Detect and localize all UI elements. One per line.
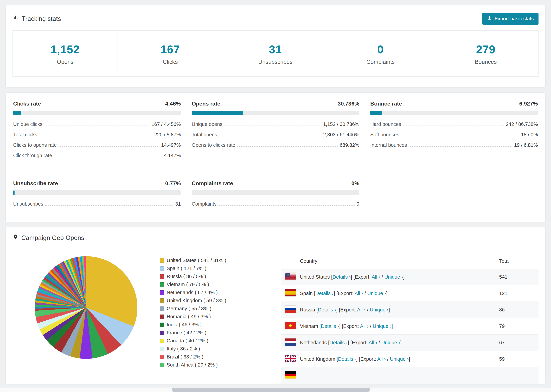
legend-item: South Africa ( 29 / 2% ) [160,362,281,368]
legend-swatch [160,298,164,303]
flag-gb-icon [285,355,296,363]
export-unique-link[interactable]: Unique › [381,340,400,345]
stat-label: Bounces [433,59,538,65]
map-pin-icon [13,234,18,241]
country-name: Russia [300,307,315,313]
country-cell: United Kingdom [Details ›] [Export: All … [300,356,499,362]
rate-head: Complaints rate0% [192,180,359,187]
country-cell: Vietnam [Details ›] [Export: All › / Uni… [300,323,499,329]
legend-label: France ( 42 / 2% ) [167,330,206,336]
export-all-link[interactable]: All › [360,323,369,329]
metric-value: 689.82% [340,142,359,148]
legend-swatch [160,339,164,343]
tracking-stats-card: Tracking stats Export basic stats 1,152O… [6,5,545,87]
legend-label: Romania ( 49 / 3% ) [167,314,211,320]
export-unique-link[interactable]: Unique › [373,323,391,329]
stat-label: Complaints [328,59,433,65]
geo-table-row [281,367,538,384]
export-all-link[interactable]: All › [372,274,380,280]
legend-item: Spain ( 121 / 7% ) [160,266,281,271]
details-link[interactable]: Details › [332,274,351,280]
dotted-leader [401,136,519,136]
details-link[interactable]: Details › [321,323,339,329]
export-all-link[interactable]: All › [377,356,386,362]
details-link[interactable]: Details › [338,356,356,362]
geo-table-header: Country Total [281,253,538,269]
dotted-leader [224,126,321,126]
horizontal-scrollbar-thumb[interactable] [172,388,370,392]
metric-label: Complaints [192,201,216,207]
rate-progress-bar [192,111,359,115]
rate-head: Clicks rate4.46% [13,101,181,107]
dotted-leader [237,147,338,147]
export-all-link[interactable]: All › [354,291,363,296]
stat-value: 167 [118,43,223,56]
metric-label: Unique clicks [13,121,42,127]
export-basic-stats-button[interactable]: Export basic stats [482,13,538,25]
country-cell: Netherlands [Details ›] [Export: All › /… [300,339,499,346]
export-unique-link[interactable]: Unique › [390,356,409,362]
rate-metric-row: Unique clicks167 / 4.456% [13,121,181,127]
dotted-leader [59,147,159,147]
rate-progress-bar [13,190,181,195]
geo-pie-chart[interactable] [35,256,137,359]
total-cell: 121 [499,291,538,296]
dotted-leader [409,147,512,147]
metric-value: 220 / 5.87% [154,132,181,138]
export-icon [487,15,492,22]
rate-progress-bar [370,111,538,115]
legend-label: South Africa ( 29 / 2% ) [167,362,218,368]
legend-label: Russia ( 86 / 5% ) [167,274,206,279]
legend-item: Vietnam ( 79 / 5% ) [160,282,281,287]
geo-table-body: United States [Details ›] [Export: All ›… [281,269,538,384]
metric-label: Unsubscribes [13,201,43,207]
legend-label: Canada ( 40 / 2% ) [167,338,208,343]
rate-progress-fill [13,111,21,115]
legend-label: Spain ( 121 / 7% ) [167,266,206,271]
geo-opens-header: Campaign Geo Opens [6,227,545,243]
total-cell: 86 [499,307,538,313]
dotted-leader [403,126,504,126]
dotted-leader [39,136,152,136]
horizontal-scrollbar [0,388,551,392]
rate-title: Opens rate [192,101,220,107]
export-all-link[interactable]: All › [357,307,366,313]
legend-item: Germany ( 55 / 3% ) [160,306,281,311]
export-unique-link[interactable]: Unique › [370,307,389,313]
details-link[interactable]: Details › [318,307,336,313]
rate-progress-bar [192,190,359,195]
rate-panel: Bounce rate6.927%Hard bounces242 / 86.73… [370,101,538,163]
legend-swatch [160,282,164,287]
stat-value: 1,152 [13,43,118,56]
rate-metric-row: Complaints0 [192,201,359,207]
export-unique-link[interactable]: Unique › [384,274,403,280]
legend-swatch [160,307,164,311]
export-all-link[interactable]: All › [369,340,377,345]
metric-label: Click through rate [13,153,52,158]
geo-content: United States ( 541 / 31% )Spain ( 121 /… [6,253,545,384]
total-header: Total [499,258,538,264]
legend-swatch [160,322,164,327]
geo-opens-title-text: Campaign Geo Opens [21,234,84,241]
stats-row: 1,152Opens167Clicks31Unsubscribes0Compla… [13,30,538,77]
flag-ru-icon [285,306,296,314]
stat-value: 279 [433,43,538,56]
legend-label: Italy ( 36 / 2% ) [167,346,200,352]
details-link[interactable]: Details › [315,291,333,296]
export-unique-link[interactable]: Unique › [367,291,386,296]
metric-label: Clicks to opens rate [13,142,57,148]
total-cell: 59 [499,356,538,362]
flag-es-icon [285,289,296,298]
rate-metric-row: Opens to clicks rate689.82% [192,142,359,148]
legend-item: Brazil ( 33 / 2% ) [160,354,281,360]
legend-swatch [160,266,164,271]
metric-value: 4.147% [164,153,181,158]
legend-label: United States ( 541 / 31% ) [167,258,226,263]
rate-panel: Clicks rate4.46%Unique clicks167 / 4.456… [13,101,181,163]
country-name: United States [300,274,330,280]
legend-swatch [160,290,164,295]
geo-opens-title: Campaign Geo Opens [13,234,84,241]
metric-label: Internal bounces [370,142,407,148]
details-link[interactable]: Details › [330,340,348,345]
legend-item: India ( 46 / 3% ) [160,322,281,328]
